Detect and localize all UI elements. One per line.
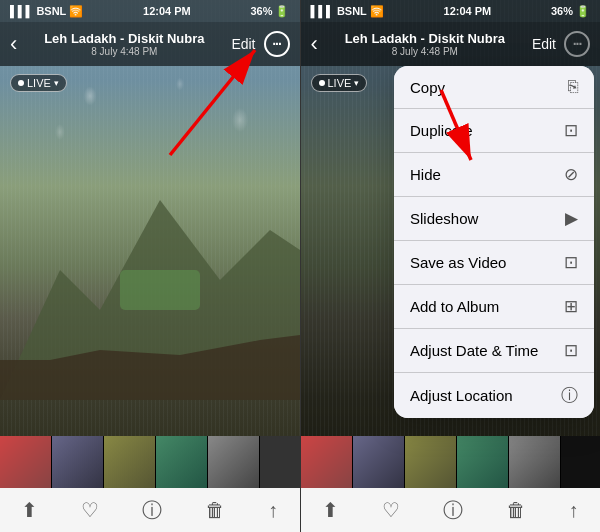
carrier-right: ▌▌▌ BSNL 🛜 <box>311 5 384 18</box>
battery-icon-right: 🔋 <box>576 5 590 18</box>
dropdown-icon-0: ⎘ <box>568 77 578 97</box>
battery-area-right: 36% 🔋 <box>551 5 590 18</box>
trash-icon-right[interactable]: 🗑 <box>506 499 526 522</box>
bottom-toolbar-right: ⬆ ♡ ⓘ 🗑 ↑ <box>301 488 601 532</box>
live-label-right: LIVE <box>328 77 352 89</box>
more-dots-left: ··· <box>272 37 281 51</box>
film-thumb-5[interactable] <box>208 436 260 488</box>
dropdown-item-save-as-video[interactable]: Save as Video⊡ <box>394 241 594 285</box>
dropdown-menu: Copy⎘Duplicate⊡Hide⊘Slideshow▶Save as Vi… <box>394 66 594 418</box>
dropdown-label-4: Save as Video <box>410 254 506 271</box>
time-label-right: 12:04 PM <box>444 5 492 17</box>
film-thumb-r3[interactable] <box>405 436 457 488</box>
signal-icon: ▌▌▌ <box>10 5 33 17</box>
edit-button-right[interactable]: Edit <box>532 36 556 52</box>
film-thumb-4[interactable] <box>156 436 208 488</box>
live-badge-left[interactable]: LIVE ▾ <box>10 74 67 92</box>
bottom-toolbar-left: ⬆ ♡ ⓘ 🗑 ↑ <box>0 488 300 532</box>
film-thumb-r2[interactable] <box>353 436 405 488</box>
filmstrip-right[interactable] <box>301 436 601 488</box>
right-panel: ▌▌▌ BSNL 🛜 12:04 PM 36% 🔋 ‹ Leh Ladakh -… <box>301 0 601 532</box>
carrier-label: BSNL <box>36 5 66 17</box>
status-bar-left: ▌▌▌ BSNL 🛜 12:04 PM 36% 🔋 <box>0 0 300 22</box>
film-thumb-r4[interactable] <box>457 436 509 488</box>
live-label-left: LIVE <box>27 77 51 89</box>
carrier-label-right: BSNL <box>337 5 367 17</box>
dropdown-item-duplicate[interactable]: Duplicate⊡ <box>394 109 594 153</box>
dropdown-label-0: Copy <box>410 79 445 96</box>
share2-icon-right[interactable]: ↑ <box>569 499 579 522</box>
dropdown-icon-3: ▶ <box>565 208 578 229</box>
more-dots-right: ··· <box>573 37 582 51</box>
left-panel: ▌▌▌ BSNL 🛜 12:04 PM 36% 🔋 ‹ Leh Ladakh -… <box>0 0 300 532</box>
nav-bar-right: ‹ Leh Ladakh - Diskit Nubra 8 July 4:48 … <box>301 22 601 66</box>
heart-icon-right[interactable]: ♡ <box>382 498 400 522</box>
chevron-down-icon-left: ▾ <box>54 78 59 88</box>
battery-label: 36% <box>250 5 272 17</box>
dropdown-label-7: Adjust Location <box>410 387 513 404</box>
film-thumb-1[interactable] <box>0 436 52 488</box>
back-button-left[interactable]: ‹ <box>10 31 17 57</box>
live-badge-right[interactable]: LIVE ▾ <box>311 74 368 92</box>
nav-title-right: Leh Ladakh - Diskit Nubra 8 July 4:48 PM <box>318 31 532 57</box>
battery-area: 36% 🔋 <box>250 5 289 18</box>
share2-icon-left[interactable]: ↑ <box>268 499 278 522</box>
dropdown-label-2: Hide <box>410 166 441 183</box>
dropdown-icon-5: ⊞ <box>564 296 578 317</box>
film-thumb-2[interactable] <box>52 436 104 488</box>
status-bar-right: ▌▌▌ BSNL 🛜 12:04 PM 36% 🔋 <box>301 0 601 22</box>
film-thumb-3[interactable] <box>104 436 156 488</box>
chevron-down-icon-right: ▾ <box>354 78 359 88</box>
battery-label-right: 36% <box>551 5 573 17</box>
photo-subtitle-left: 8 July 4:48 PM <box>17 46 231 57</box>
back-button-right[interactable]: ‹ <box>311 31 318 57</box>
dropdown-item-copy[interactable]: Copy⎘ <box>394 66 594 109</box>
dropdown-item-slideshow[interactable]: Slideshow▶ <box>394 197 594 241</box>
nav-bar-left: ‹ Leh Ladakh - Diskit Nubra 8 July 4:48 … <box>0 22 300 66</box>
dropdown-icon-4: ⊡ <box>564 252 578 273</box>
photo-title-left: Leh Ladakh - Diskit Nubra <box>17 31 231 46</box>
dropdown-label-6: Adjust Date & Time <box>410 342 538 359</box>
wifi-icon-right: 🛜 <box>370 5 384 18</box>
dropdown-icon-1: ⊡ <box>564 120 578 141</box>
info-icon-left[interactable]: ⓘ <box>142 497 162 524</box>
dropdown-icon-6: ⊡ <box>564 340 578 361</box>
photo-subtitle-right: 8 July 4:48 PM <box>318 46 532 57</box>
live-dot-right <box>319 80 325 86</box>
battery-icon: 🔋 <box>275 5 289 18</box>
dropdown-item-hide[interactable]: Hide⊘ <box>394 153 594 197</box>
film-thumb-6[interactable] <box>260 436 300 488</box>
share-icon-left[interactable]: ⬆ <box>21 498 38 522</box>
signal-icon-right: ▌▌▌ <box>311 5 334 17</box>
time-label: 12:04 PM <box>143 5 191 17</box>
live-dot-left <box>18 80 24 86</box>
more-button-right[interactable]: ··· <box>564 31 590 57</box>
filmstrip-left[interactable] <box>0 436 300 488</box>
dropdown-label-1: Duplicate <box>410 122 473 139</box>
carrier-left: ▌▌▌ BSNL 🛜 <box>10 5 83 18</box>
film-thumb-r5[interactable] <box>509 436 561 488</box>
dropdown-label-5: Add to Album <box>410 298 499 315</box>
nav-title-left: Leh Ladakh - Diskit Nubra 8 July 4:48 PM <box>17 31 231 57</box>
info-icon-right[interactable]: ⓘ <box>443 497 463 524</box>
dropdown-icon-7: ⓘ <box>561 384 578 407</box>
share-icon-right[interactable]: ⬆ <box>322 498 339 522</box>
more-button-left[interactable]: ··· <box>264 31 290 57</box>
photo-title-right: Leh Ladakh - Diskit Nubra <box>318 31 532 46</box>
dropdown-item-add-to-album[interactable]: Add to Album⊞ <box>394 285 594 329</box>
nav-right-left: Edit ··· <box>231 31 289 57</box>
edit-button-left[interactable]: Edit <box>231 36 255 52</box>
dropdown-item-adjust-date-&-time[interactable]: Adjust Date & Time⊡ <box>394 329 594 373</box>
dropdown-label-3: Slideshow <box>410 210 478 227</box>
dropdown-item-adjust-location[interactable]: Adjust Locationⓘ <box>394 373 594 418</box>
nav-right-right: Edit ··· <box>532 31 590 57</box>
heart-icon-left[interactable]: ♡ <box>81 498 99 522</box>
dropdown-icon-2: ⊘ <box>564 164 578 185</box>
film-thumb-r1[interactable] <box>301 436 353 488</box>
trash-icon-left[interactable]: 🗑 <box>205 499 225 522</box>
wifi-icon: 🛜 <box>69 5 83 18</box>
